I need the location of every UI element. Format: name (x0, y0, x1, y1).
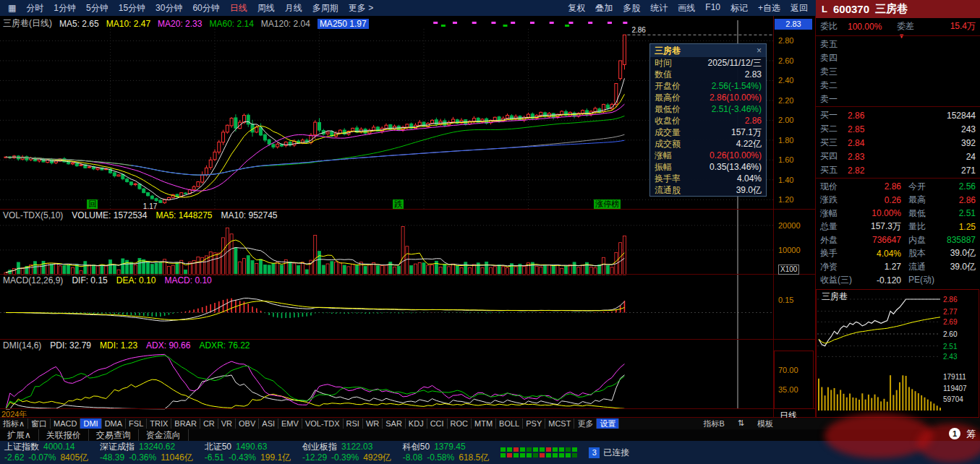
indicator-tab[interactable]: VOL-TDX (302, 418, 344, 429)
layout-grid-icon[interactable]: ▦ (3, 3, 21, 13)
panel-tab[interactable]: 模板 (754, 418, 776, 429)
popup-data-row: 时间2025/11/12/三 (650, 57, 766, 69)
heat-cell (533, 447, 538, 452)
indicator-tab[interactable]: MTM (472, 418, 496, 429)
index-change: -2.62 (4, 452, 24, 463)
stat-row: 净资1.27流通39.0亿 (816, 260, 980, 273)
indicator-tab[interactable]: TRIX (147, 418, 171, 429)
popup-title-bar: 三房巷 × (650, 44, 766, 57)
red-marker-blob (825, 413, 933, 458)
tool-menu-item[interactable]: 多股 (618, 2, 645, 14)
tool-menu-item[interactable]: 统计 (645, 2, 673, 14)
tdx-terminal-window: ▦ 分时1分钟5分钟15分钟30分钟60分钟日线周线月线多周期更多 > 复权叠加… (0, 0, 980, 464)
stock-code: 600370 (833, 3, 869, 15)
event-tag[interactable]: 回 (87, 199, 98, 209)
indicator-tab[interactable]: CR (200, 418, 218, 429)
popup-close-icon[interactable]: × (757, 46, 762, 56)
period-menu-item[interactable]: 1分钟 (48, 2, 81, 14)
ask-level-label: 卖一 (816, 93, 848, 106)
indicator-tab[interactable]: VR (218, 418, 236, 429)
indicator-tab[interactable]: FSL (126, 418, 147, 429)
indicator-collapse-tab[interactable]: 指标∧ (0, 418, 28, 429)
indicator-value-label: DEA: 0.10 (116, 275, 156, 285)
index-quote[interactable]: 科创501379.45-8.08-0.58%618.5亿 (403, 442, 489, 463)
indicator-tab[interactable]: PSY (523, 418, 545, 429)
function-tab[interactable]: 交易查询 (89, 429, 139, 442)
period-menu-item[interactable]: 日线 (225, 2, 252, 14)
period-menu-item[interactable]: 分时 (21, 2, 48, 14)
tool-menu-item[interactable]: 标记 (725, 2, 753, 14)
indicator-tab[interactable]: DMA (102, 418, 126, 429)
mini-price-label: 2.77 (943, 308, 957, 316)
index-value: 1490.63 (236, 442, 267, 452)
popup-data-row: 换手率4.04% (650, 173, 766, 184)
popup-field-label: 换手率 (655, 173, 681, 185)
tool-menu-item[interactable]: +自选 (753, 2, 785, 14)
period-menu-item[interactable]: 60分钟 (187, 2, 224, 14)
heat-cell (507, 453, 512, 457)
indicator-tab[interactable]: EMV (278, 418, 302, 429)
price-scale-column: 2.832.802.602.402.202.001.801.601.401.20… (774, 16, 814, 418)
indicator-tab[interactable]: SAR (383, 418, 406, 429)
event-tag[interactable]: 跌 (393, 199, 404, 209)
tool-menu-item[interactable]: 叠加 (590, 2, 618, 14)
heat-cell (514, 453, 519, 457)
period-menu-item[interactable]: 5分钟 (81, 2, 114, 14)
indicator-tab[interactable]: ROC (448, 418, 472, 429)
indicator-tab[interactable]: WR (363, 418, 383, 429)
index-quote[interactable]: 深证成指13240.62-48.39-0.36%11046亿 (100, 442, 193, 463)
index-amount: 11046亿 (161, 452, 192, 463)
indicator-value-label: ADX: 90.66 (146, 340, 190, 351)
index-quote[interactable]: 北证501490.63-6.51-0.43%199.1亿 (205, 442, 291, 463)
index-line1: 北证501490.63 (205, 442, 291, 452)
indicator-tab[interactable]: 更多 (574, 418, 597, 429)
indicator-tab[interactable]: RSI (344, 418, 363, 429)
tool-menu-item[interactable]: F10 (700, 2, 725, 14)
indicator-tab[interactable]: 设置 (597, 418, 619, 429)
function-tab[interactable]: 资金流向 (139, 429, 189, 442)
indicator-tab[interactable]: KDJ (406, 418, 427, 429)
stat-value: -0.120 (859, 275, 901, 285)
index-quote[interactable]: 上证指数4000.14-2.62-0.07%8405亿 (4, 442, 88, 463)
indicator-tab[interactable]: MCST (545, 418, 574, 429)
indicator-value-label: MA10: 2.47 (106, 19, 150, 29)
tool-menu-item[interactable]: 复权 (563, 2, 590, 14)
price-axis-label: 2.20 (778, 96, 793, 105)
chip-distribution-tool-label[interactable]: 筹 (966, 428, 976, 441)
heat-cell (566, 447, 571, 452)
indicator-tab[interactable]: 窗口 (28, 418, 51, 429)
volume-indicator-header: VOL-TDX(5,10)VOLUME: 1572534MA5: 1448275… (3, 210, 278, 220)
popup-data-row: 最高价2.86(10.00%) (650, 92, 766, 103)
mini-volume-label: 59704 (943, 395, 963, 403)
index-quote[interactable]: 创业板指3122.03-12.29-0.39%4929亿 (302, 442, 391, 463)
extension-collapse-tab[interactable]: 扩展∧ (0, 429, 39, 442)
function-tab[interactable]: 关联报价 (39, 429, 89, 442)
panel-tab[interactable]: ⇅ (735, 418, 747, 429)
notification-badge[interactable]: 1 (949, 428, 960, 439)
indicator-tab[interactable]: OBV (236, 418, 259, 429)
indicator-tab[interactable]: BOLL (496, 418, 523, 429)
tool-menu-item[interactable]: 画线 (673, 2, 700, 14)
popup-field-value: 2.86(10.00%) (710, 93, 762, 103)
popup-data-row: 成交量157.1万 (650, 126, 766, 138)
indicator-tab[interactable]: ASI (259, 418, 278, 429)
panel-tab[interactable]: 指标B (700, 418, 727, 429)
event-tag[interactable]: 涨停榜 (594, 199, 621, 209)
bid-volume: 24 (888, 152, 980, 162)
indicator-tab[interactable]: DMI (80, 418, 101, 429)
indicator-tab[interactable]: MACD (51, 418, 80, 429)
period-menu-item[interactable]: 多周期 (307, 2, 344, 14)
period-menu-item[interactable]: 周线 (252, 2, 280, 14)
period-menu-item[interactable]: 15分钟 (114, 2, 150, 14)
period-menu-item[interactable]: 月线 (280, 2, 307, 14)
indicator-tab[interactable]: BRAR (171, 418, 200, 429)
indicator-tab[interactable]: CCI (427, 418, 448, 429)
tool-menu-item[interactable]: 返回 (785, 2, 813, 14)
period-menu-item[interactable]: 更多 > (344, 2, 378, 14)
period-menu-item[interactable]: 30分钟 (150, 2, 187, 14)
divider (816, 35, 980, 36)
indicator-value-label: VOLUME: 1572534 (72, 210, 147, 220)
stat-value: 835887 (934, 235, 980, 245)
bid-level-label: 买二 (816, 123, 848, 135)
popup-data-row: 振幅0.35(13.46%) (650, 161, 766, 173)
